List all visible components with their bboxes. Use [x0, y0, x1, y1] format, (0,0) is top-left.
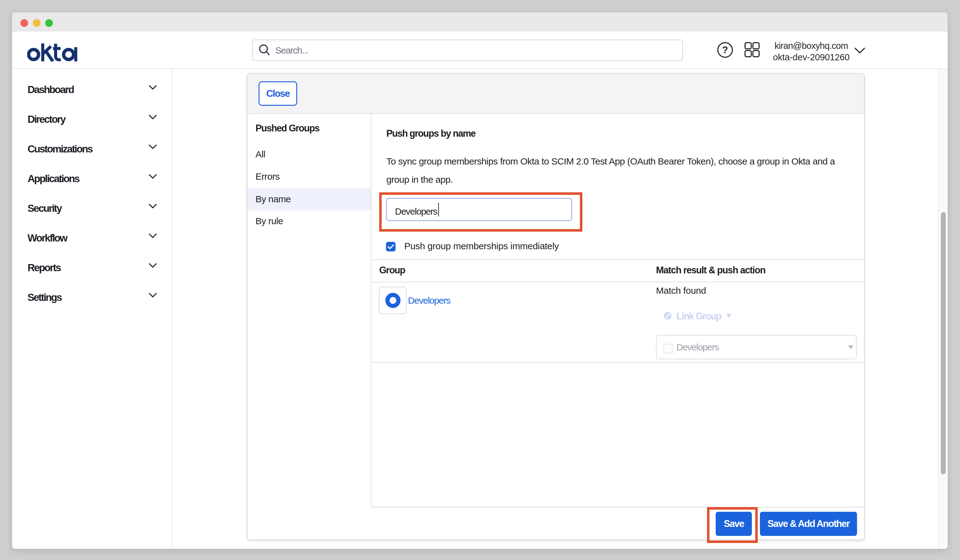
svg-text:?: ? — [722, 45, 728, 55]
